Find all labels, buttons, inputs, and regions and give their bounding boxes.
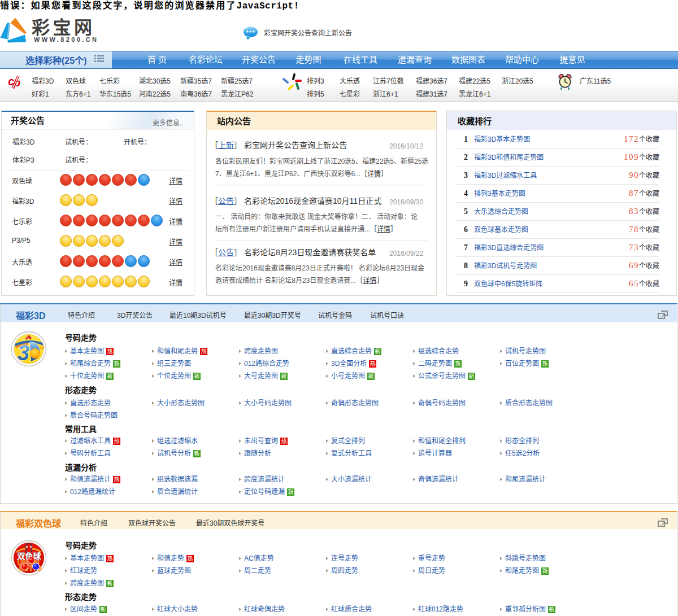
svg-text:3: 3: [18, 341, 29, 365]
